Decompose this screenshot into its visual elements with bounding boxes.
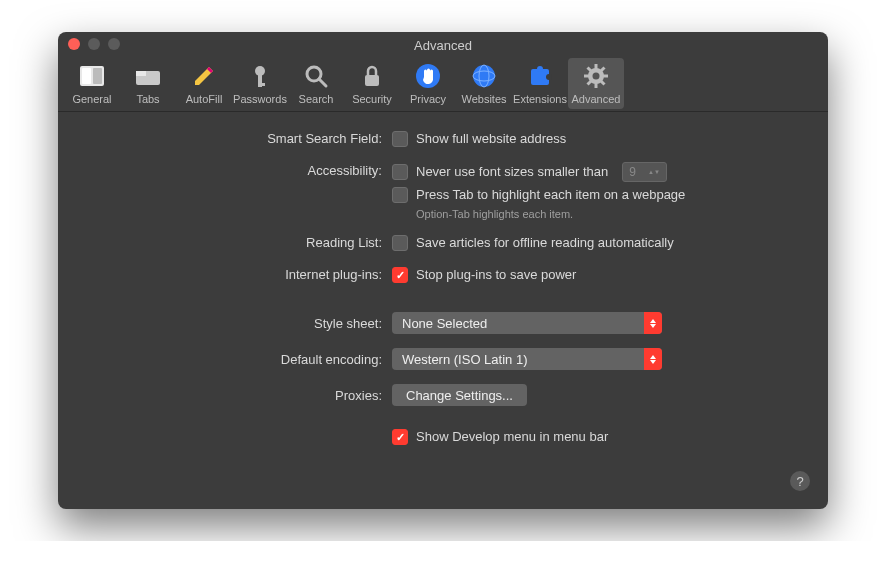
svg-line-9 [319,79,326,86]
checkbox-icon [392,267,408,283]
svg-rect-21 [595,83,598,88]
svg-rect-4 [136,71,146,76]
tab-tabs[interactable]: Tabs [120,58,176,109]
minimize-icon[interactable] [88,38,100,50]
tab-search[interactable]: Search [288,58,344,109]
encoding-select[interactable]: Western (ISO Latin 1) [392,348,662,370]
tab-general[interactable]: General [64,58,120,109]
help-button[interactable]: ? [790,471,810,491]
svg-point-17 [546,74,552,80]
zoom-icon[interactable] [108,38,120,50]
chevron-updown-icon: ▲▼ [642,163,666,181]
search-icon [302,62,330,90]
show-full-address-checkbox[interactable]: Show full website address [392,130,566,148]
tab-advanced[interactable]: Advanced [568,58,624,109]
min-font-size-checkbox[interactable]: Never use font sizes smaller than 9 ▲▼ [392,162,685,182]
svg-rect-2 [93,68,102,84]
tab-autofill[interactable]: AutoFill [176,58,232,109]
svg-point-19 [593,73,600,80]
svg-rect-23 [603,75,608,78]
pencil-icon [190,62,218,90]
svg-rect-1 [82,68,91,84]
svg-rect-10 [365,75,379,86]
titlebar: Advanced [58,32,828,54]
encoding-label: Default encoding: [82,348,392,369]
svg-rect-22 [584,75,589,78]
window-title: Advanced [58,34,828,53]
checkbox-icon [392,429,408,445]
checkbox-icon [392,164,408,180]
tab-privacy[interactable]: Privacy [400,58,456,109]
svg-rect-20 [595,64,598,69]
checkbox-icon [392,235,408,251]
tab-websites[interactable]: Websites [456,58,512,109]
globe-icon [470,62,498,90]
tab-extensions[interactable]: Extensions [512,58,568,109]
switch-icon [78,62,106,90]
puzzle-icon [526,62,554,90]
preferences-window: Advanced General Tabs AutoFill Passwords [58,32,828,509]
proxies-label: Proxies: [82,384,392,405]
question-icon: ? [796,474,803,489]
smart-search-label: Smart Search Field: [82,130,392,148]
chevron-updown-icon [644,348,662,370]
chevron-updown-icon [644,312,662,334]
tabs-icon [134,62,162,90]
close-icon[interactable] [68,38,80,50]
key-icon [246,62,274,90]
traffic-lights [68,38,120,50]
press-tab-hint: Option-Tab highlights each item. [416,208,685,220]
plugins-label: Internet plug-ins: [82,266,392,284]
style-sheet-label: Style sheet: [82,312,392,333]
tab-passwords[interactable]: Passwords [232,58,288,109]
content: Smart Search Field: Show full website ad… [58,112,828,446]
save-offline-checkbox[interactable]: Save articles for offline reading automa… [392,234,674,252]
toolbar: General Tabs AutoFill Passwords Search [58,54,828,112]
checkbox-icon [392,187,408,203]
show-develop-menu-checkbox[interactable]: Show Develop menu in menu bar [392,428,608,446]
reading-list-label: Reading List: [82,234,392,252]
svg-point-12 [473,65,495,87]
checkbox-icon [392,131,408,147]
gear-icon [582,62,610,90]
font-size-stepper[interactable]: 9 ▲▼ [622,162,667,182]
stop-plugins-checkbox[interactable]: Stop plug-ins to save power [392,266,576,284]
press-tab-checkbox[interactable]: Press Tab to highlight each item on a we… [392,186,685,204]
accessibility-label: Accessibility: [82,162,392,180]
lock-icon [358,62,386,90]
hand-icon [414,62,442,90]
change-settings-button[interactable]: Change Settings... [392,384,527,406]
style-sheet-select[interactable]: None Selected [392,312,662,334]
tab-security[interactable]: Security [344,58,400,109]
svg-point-16 [537,66,543,72]
svg-rect-7 [258,83,265,86]
